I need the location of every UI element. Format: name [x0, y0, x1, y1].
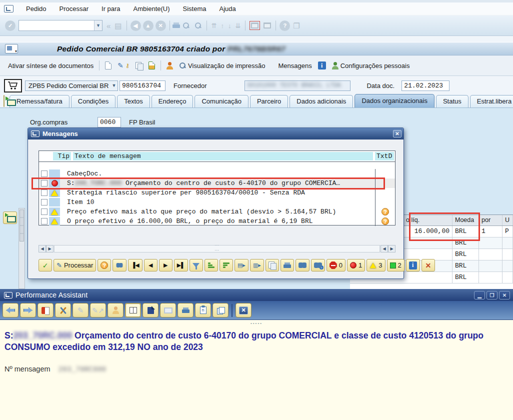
first-row-icon[interactable]: ▐◀	[128, 259, 142, 272]
message-text[interactable]: Preço efetivo mais alto que preço do mat…	[67, 208, 375, 216]
message-text[interactable]: Item 10	[67, 198, 375, 206]
activate-overview-button[interactable]: Ativar síntese de documentos	[5, 60, 96, 71]
sort-descending-icon[interactable]	[220, 259, 233, 272]
info-button[interactable]: i	[406, 259, 420, 272]
cell-um[interactable]	[502, 249, 513, 260]
personal-settings-button[interactable]: Configurações pessoais	[329, 60, 413, 71]
expand-items-icon[interactable]	[3, 212, 17, 224]
back-icon[interactable]: ◀	[130, 20, 141, 31]
cell-por[interactable]: 1	[479, 226, 502, 237]
row-checkbox[interactable]	[41, 199, 48, 206]
success-count-button[interactable]: 2	[387, 259, 404, 272]
help-button[interactable]: ?	[98, 259, 111, 272]
dialog-close-icon[interactable]: ✕	[393, 130, 402, 138]
command-dropdown-icon[interactable]: ▼	[94, 20, 102, 30]
sap-notes-icon[interactable]	[142, 303, 158, 318]
warning-count-button[interactable]: 3	[366, 259, 385, 272]
row-checkbox[interactable]	[41, 190, 48, 196]
last-row-icon[interactable]: ▶▌	[174, 259, 188, 272]
maximize-icon[interactable]: ❐	[486, 291, 498, 300]
tab-dados-adicionais[interactable]: Dados adicionais	[290, 95, 353, 108]
previous-row-icon[interactable]: ◀	[144, 259, 158, 272]
next-row-icon[interactable]: ▶	[159, 259, 172, 272]
cancel-icon[interactable]: ✕	[156, 20, 166, 31]
other-document-icon[interactable]	[146, 60, 158, 71]
row-checkbox[interactable]	[41, 180, 48, 186]
page-up-icon[interactable]: ↑	[220, 22, 224, 29]
find-next-icon[interactable]	[194, 22, 202, 29]
cell-moeda[interactable]: BRL	[452, 272, 479, 283]
menu-item-pedido[interactable]: Pedido	[20, 3, 52, 14]
print-preview-button[interactable]: Visualização de impressão	[176, 60, 268, 71]
close-icon[interactable]: ✕	[236, 303, 252, 318]
copy-icon[interactable]	[195, 303, 211, 318]
system-menu-icon[interactable]	[4, 5, 14, 12]
tab-status[interactable]: Status	[436, 95, 468, 108]
horizontal-scrollbar[interactable]: ◀ ▶ ◀ ▶	[38, 244, 396, 253]
help-icon[interactable]: ?	[280, 20, 290, 31]
print-icon[interactable]	[178, 303, 194, 318]
authorization-icon[interactable]	[108, 303, 124, 318]
tab-comunicacao[interactable]: Comunicação	[194, 95, 248, 108]
forward-icon[interactable]	[20, 303, 36, 318]
close-icon[interactable]: ✕	[499, 291, 510, 300]
detail-icon[interactable]: ▤▸	[234, 259, 248, 272]
glossary-icon[interactable]	[125, 303, 141, 318]
page-down-icon[interactable]: ↓	[228, 22, 232, 29]
exit-icon[interactable]: ▲	[143, 20, 154, 31]
scrollbar-track[interactable]	[54, 245, 380, 252]
menu-item-ajuda[interactable]: Ajuda	[213, 3, 242, 14]
sort-ascending-icon[interactable]	[204, 259, 218, 272]
copy-icon[interactable]	[266, 259, 279, 272]
new-session-icon[interactable]	[250, 21, 260, 30]
confirm-button[interactable]: ✓	[38, 259, 52, 272]
first-page-icon[interactable]: ⇈	[212, 22, 217, 29]
last-page-icon[interactable]: ⇊	[235, 22, 240, 29]
message-row[interactable]: CabeçDoc.	[39, 169, 395, 178]
close-button[interactable]: ✕	[422, 259, 435, 272]
pa-system-icon[interactable]	[4, 292, 12, 298]
help-icon[interactable]: ?	[382, 218, 389, 225]
col-header-por[interactable]: por	[479, 215, 502, 226]
menu-item-processar[interactable]: Processar	[52, 3, 95, 14]
find-icon[interactable]	[182, 22, 190, 29]
cell-um[interactable]	[502, 272, 513, 283]
doc-number-field[interactable]: 9805163704	[120, 80, 166, 91]
error-count-button[interactable]: 1	[347, 259, 365, 272]
stop-count-button[interactable]: 0	[326, 259, 346, 272]
cell-moeda[interactable]: BRL	[452, 226, 479, 237]
save-icon[interactable]: ▤	[114, 22, 122, 30]
cell-um[interactable]	[502, 260, 513, 272]
cell-por[interactable]	[479, 272, 502, 283]
pa-title-bar[interactable]: Performance Assistant ▁ ❐ ✕	[0, 289, 513, 301]
message-text[interactable]: O preço efetivo é 16.000,00 BRL, o preço…	[67, 218, 375, 225]
doc-type-select[interactable]: ZPB5 Pedido Comercial BR ▼	[25, 80, 118, 91]
row-checkbox[interactable]	[41, 218, 48, 224]
history-icon[interactable]	[212, 303, 228, 318]
back-icon[interactable]	[2, 303, 18, 318]
cell-por[interactable]	[479, 238, 502, 248]
cart-icon[interactable]	[4, 79, 22, 92]
help-icon[interactable]: ?	[382, 208, 389, 216]
tab-textos[interactable]: Textos	[117, 95, 150, 108]
col-header-moeda[interactable]: Moeda	[452, 215, 479, 226]
generate-shortcut-icon[interactable]	[264, 22, 271, 28]
cell-moeda[interactable]: BRL	[452, 249, 479, 260]
cell-um[interactable]: P	[502, 226, 513, 237]
message-text[interactable]: Strategia rilascio superiore per 9805163…	[67, 189, 375, 196]
doc-date-field[interactable]: 21.02.2023	[402, 80, 450, 91]
tab-remessa-fatura[interactable]: Remessa/fatura	[10, 95, 70, 108]
expand-header-icon[interactable]	[4, 95, 4, 107]
print-icon[interactable]	[280, 259, 294, 272]
new-document-icon[interactable]	[102, 60, 114, 71]
tab-parceiro[interactable]: Parceiro	[250, 95, 288, 108]
message-text[interactable]: CabeçDoc.	[67, 170, 375, 178]
messages-button[interactable]: Mensagens	[275, 60, 314, 71]
find-next-icon[interactable]: +	[311, 259, 325, 272]
dialog-title-bar[interactable]: Mensagens ✕	[28, 128, 404, 140]
menu-item-ir-para[interactable]: Ir para	[95, 3, 127, 14]
message-row[interactable]: Item 10	[39, 198, 395, 207]
feedback-icon[interactable]	[160, 303, 176, 318]
scroll-right-icon[interactable]: ▶	[46, 245, 54, 252]
tab-endereco[interactable]: Endereço	[152, 95, 194, 108]
